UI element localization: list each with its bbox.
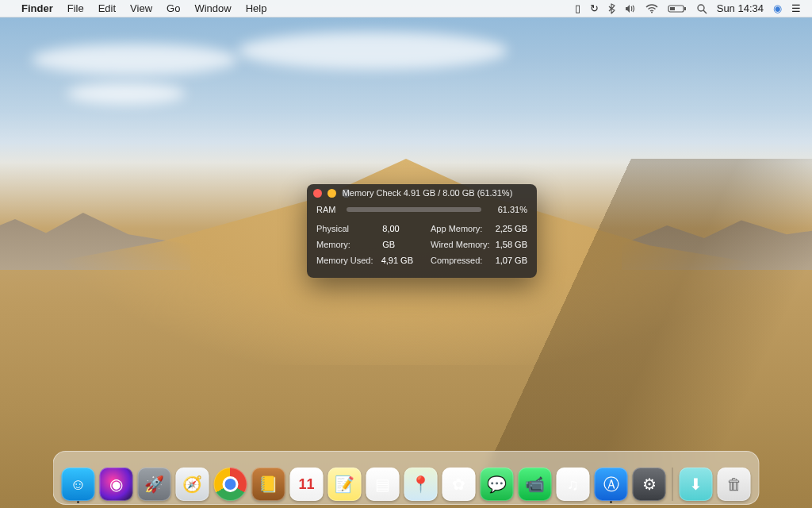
dock-safari-icon[interactable]: 🧭 — [176, 468, 209, 501]
menu-window[interactable]: Window — [187, 0, 238, 17]
menu-app-name[interactable]: Finder — [14, 0, 60, 17]
menu-extra-spotlight-icon[interactable] — [691, 0, 712, 17]
menu-extra-location-icon[interactable]: ◉ — [768, 0, 787, 17]
menu-go[interactable]: Go — [159, 0, 187, 17]
stats-left-column: Physical Memory:8,00 GB Memory Used:4,91… — [316, 221, 413, 268]
dock-separator — [672, 468, 673, 501]
wired-memory-label: Wired Memory: — [431, 237, 490, 252]
menu-view[interactable]: View — [123, 0, 159, 17]
dock-trash-icon[interactable]: 🗑 — [718, 468, 751, 501]
physical-memory-label: Physical Memory: — [316, 221, 382, 252]
window-title: Memory Check 4.91 GB / 8.00 GB (61.31%) — [324, 188, 530, 198]
svg-rect-3 — [670, 7, 675, 10]
window-body: RAM 61.31% Physical Memory:8,00 GB Memor… — [307, 202, 537, 278]
dock-system-preferences-icon[interactable]: ⚙ — [633, 468, 666, 501]
dock-appstore-icon[interactable]: Ⓐ — [595, 468, 628, 501]
dock-finder-icon[interactable]: ☺ — [62, 468, 95, 501]
dock-itunes-icon[interactable]: ♫ — [557, 468, 590, 501]
dock: ☺◉🚀🧭📒11📝▤📍✿💬📹♫Ⓐ⚙⬇🗑 — [53, 451, 760, 505]
dock-running-indicator — [610, 501, 612, 503]
menu-extra-bluetooth-icon[interactable] — [603, 0, 620, 17]
cloud-decoration — [67, 83, 186, 105]
menu-extra-notification-center-icon[interactable]: ☰ — [787, 0, 806, 17]
ram-label: RAM — [316, 205, 339, 214]
memory-used-value: 4,91 GB — [381, 252, 413, 268]
dock-messages-icon[interactable]: 💬 — [481, 468, 514, 501]
dock-calendar-icon[interactable]: 11 — [290, 468, 324, 501]
cloud-decoration — [32, 44, 238, 75]
wired-memory-value: 1,58 GB — [496, 237, 527, 252]
physical-memory-value: 8,00 GB — [382, 221, 413, 252]
menu-extra-timemachine-icon[interactable]: ↻ — [585, 0, 603, 17]
ram-progress-bar — [347, 207, 481, 212]
dock-facetime-icon[interactable]: 📹 — [519, 468, 552, 501]
menu-extra-battery-icon[interactable] — [663, 0, 691, 17]
stats-right-column: App Memory:2,25 GB Wired Memory:1,58 GB … — [431, 221, 527, 268]
dock-downloads-icon[interactable]: ⬇ — [680, 468, 713, 501]
dock-chrome-icon[interactable] — [214, 468, 247, 501]
menu-bar: Finder File Edit View Go Window Help ▯ ↻… — [0, 0, 812, 17]
svg-point-0 — [651, 11, 653, 13]
dock-notes-icon[interactable]: 📝 — [328, 468, 362, 501]
app-memory-label: App Memory: — [431, 221, 482, 237]
compressed-value: 1,07 GB — [496, 252, 527, 268]
dock-siri-icon[interactable]: ◉ — [100, 468, 133, 501]
ram-percent: 61.31% — [489, 205, 527, 214]
dock-running-indicator — [77, 501, 79, 503]
menu-extra-memory-icon[interactable]: ▯ — [570, 0, 585, 17]
compressed-label: Compressed: — [431, 252, 482, 268]
menu-file[interactable]: File — [60, 0, 91, 17]
app-memory-value: 2,25 GB — [496, 221, 527, 237]
menu-extra-volume-icon[interactable] — [620, 0, 641, 17]
menu-extra-clock[interactable]: Sun 14:34 — [712, 0, 768, 17]
menu-edit[interactable]: Edit — [91, 0, 123, 17]
dock-launchpad-icon[interactable]: 🚀 — [138, 468, 171, 501]
dock-maps-icon[interactable]: 📍 — [404, 468, 438, 501]
dock-contacts-icon[interactable]: 📒 — [252, 468, 285, 501]
svg-rect-2 — [684, 7, 686, 10]
window-close-button[interactable] — [313, 189, 322, 198]
memory-check-window[interactable]: Memory Check 4.91 GB / 8.00 GB (61.31%) … — [307, 184, 537, 278]
svg-point-4 — [698, 5, 704, 11]
menu-help[interactable]: Help — [239, 0, 274, 17]
dock-reminders-icon[interactable]: ▤ — [366, 468, 400, 501]
dock-photos-icon[interactable]: ✿ — [442, 468, 476, 501]
memory-used-label: Memory Used: — [316, 252, 373, 268]
menu-extra-wifi-icon[interactable] — [641, 0, 663, 17]
window-titlebar[interactable]: Memory Check 4.91 GB / 8.00 GB (61.31%) — [307, 184, 537, 202]
cloud-decoration — [238, 32, 508, 70]
